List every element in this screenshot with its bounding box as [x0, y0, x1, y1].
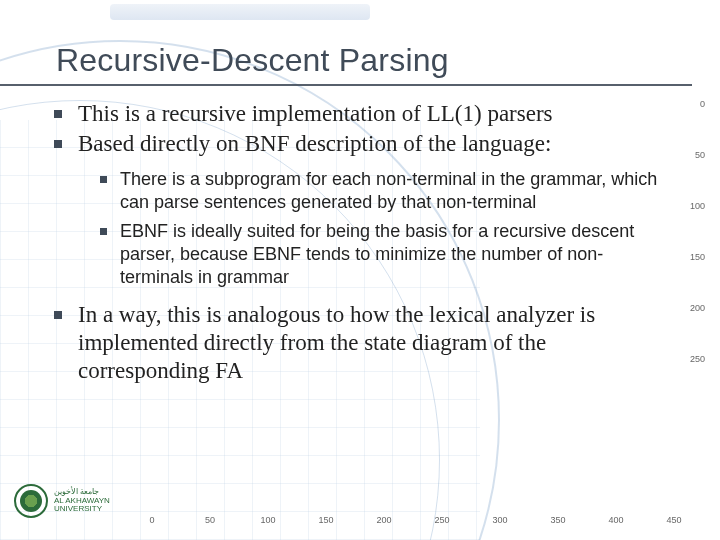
- ruler-label: 100: [260, 515, 275, 525]
- bullet-text: In a way, this is analogous to how the l…: [78, 302, 595, 383]
- square-bullet-icon: [100, 228, 107, 235]
- square-bullet-icon: [54, 140, 62, 148]
- bullet-lvl1: This is a recursive implementation of LL…: [48, 100, 674, 128]
- ruler-horizontal: 0 50 100 150 200 250 300 350 400 450: [0, 511, 720, 533]
- ruler-label: 0: [700, 100, 705, 108]
- title-underline: [0, 84, 692, 86]
- ruler-label: 150: [318, 515, 333, 525]
- ruler-label: 50: [205, 515, 215, 525]
- bullet-text: Based directly on BNF description of the…: [78, 131, 551, 156]
- ruler-label: 200: [690, 304, 705, 312]
- ruler-label: 50: [695, 151, 705, 159]
- slide-content: This is a recursive implementation of LL…: [48, 100, 674, 387]
- bullet-text: EBNF is ideally suited for being the bas…: [120, 221, 634, 287]
- logo-wordmark: جامعة الأخوين AL AKHAWAYN UNIVERSITY: [54, 488, 110, 513]
- bullet-lvl1: In a way, this is analogous to how the l…: [48, 301, 674, 385]
- header-decoration: [0, 0, 720, 34]
- ruler-label: 150: [690, 253, 705, 261]
- ruler-vertical: 0 50 100 150 200 250: [684, 0, 714, 540]
- logo-text: AL AKHAWAYN: [54, 497, 110, 505]
- square-bullet-icon: [54, 110, 62, 118]
- ruler-label: 300: [492, 515, 507, 525]
- square-bullet-icon: [54, 311, 62, 319]
- logo-seal-icon: [14, 484, 48, 518]
- bullet-lvl2: There is a subprogram for each non-termi…: [96, 168, 674, 214]
- bullet-lvl2: EBNF is ideally suited for being the bas…: [96, 220, 674, 289]
- slide-title: Recursive-Descent Parsing: [56, 42, 449, 79]
- ruler-label: 250: [434, 515, 449, 525]
- square-bullet-icon: [100, 176, 107, 183]
- ruler-label: 200: [376, 515, 391, 525]
- logo-text: UNIVERSITY: [54, 505, 110, 513]
- ruler-label: 450: [666, 515, 681, 525]
- bullet-text: There is a subprogram for each non-termi…: [120, 169, 657, 212]
- bullet-lvl1: Based directly on BNF description of the…: [48, 130, 674, 289]
- logo-text: جامعة الأخوين: [54, 488, 110, 496]
- ruler-label: 100: [690, 202, 705, 210]
- bullet-text: This is a recursive implementation of LL…: [78, 101, 553, 126]
- ruler-label: 350: [550, 515, 565, 525]
- ruler-label: 400: [608, 515, 623, 525]
- ruler-label: 250: [690, 355, 705, 363]
- ruler-label: 0: [149, 515, 154, 525]
- university-logo: جامعة الأخوين AL AKHAWAYN UNIVERSITY: [14, 476, 110, 526]
